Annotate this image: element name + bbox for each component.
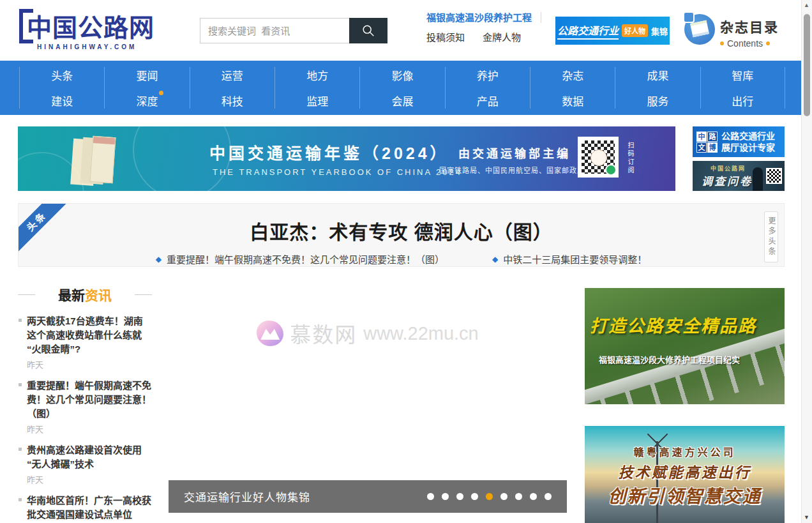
- nav-col-1: 头条 建设: [19, 67, 104, 109]
- nav-item-shendu[interactable]: 深度: [136, 93, 158, 109]
- carousel-dot-8[interactable]: [530, 493, 537, 500]
- promo-highway-safety[interactable]: 打造公路安全精品路 福银高速温沙段大修养护工程项目纪实: [585, 288, 785, 404]
- carousel-dot-6[interactable]: [500, 493, 508, 500]
- featured-project-link[interactable]: 福银高速温沙段养护工程: [426, 12, 541, 23]
- nav-item-yaowen[interactable]: 要闻: [136, 67, 158, 83]
- news-item-time: 昨天: [27, 423, 152, 435]
- headline-sublinks: 重要提醒！端午假期高速不免费！这几个常见问题要注意！（图） 中铁二十三局集团主要…: [19, 252, 784, 266]
- scrollbar-thumb[interactable]: [804, 14, 810, 116]
- promo2-line1: 赣粤高速方兴公司: [585, 444, 785, 459]
- headline-title[interactable]: 白亚杰：术有专攻 德润人心（图）: [19, 216, 784, 245]
- nav-item-yingxiang[interactable]: 影像: [391, 67, 413, 83]
- promo-smart-transport[interactable]: 赣粤高速方兴公司 技术赋能高速出行 创新引领智慧交通: [585, 426, 785, 523]
- magazine-link[interactable]: 杂志目录 Contents: [720, 17, 779, 49]
- gold-figures-link[interactable]: 金牌人物: [483, 30, 521, 43]
- banner-text-1: 公路交通行业: [557, 22, 619, 40]
- carousel-dot-9[interactable]: [545, 493, 552, 500]
- more-headlines-button[interactable]: 更多头条: [764, 211, 778, 262]
- yearbook-qr-code: [578, 137, 619, 178]
- title-black: 最新: [58, 288, 85, 303]
- latest-news-list: 两天截获17台逃费车！湖南这个高速收费站靠什么练就“火眼金睛”? 昨天 重要提醒…: [18, 314, 152, 523]
- latest-news-panel: 最新资讯 两天截获17台逃费车！湖南这个高速收费站靠什么练就“火眼金睛”? 昨天…: [18, 285, 152, 523]
- news-item-time: 昨天: [27, 358, 152, 370]
- industry-figures-banner[interactable]: 公路交通行业 好人物 集锦: [555, 17, 670, 45]
- carousel-dot-5-active[interactable]: [486, 493, 493, 500]
- news-list-item[interactable]: 两天截获17台逃费车！湖南这个高速收费站靠什么练就“火眼金睛”? 昨天: [18, 314, 152, 370]
- scroll-down-arrow-icon[interactable]: [802, 512, 812, 523]
- news-list-item[interactable]: 华南地区首所！广东一高校获批交通强国建设试点单位（图） 昨天: [18, 494, 152, 523]
- news-item-time: 昨天: [27, 473, 152, 485]
- qr-pattern: [582, 140, 615, 174]
- nav-grid: 头条 建设 要闻 深度 运营 科技 地方 监理 影像 会展 养护 产品 杂志 数…: [19, 61, 785, 115]
- promo2-line2: 技术赋能高速出行: [585, 460, 785, 482]
- yearbook-editor: 由交通运输部主编: [458, 144, 571, 161]
- site-logo[interactable]: 中国公路网 HINAHIGHWAY.COM: [19, 8, 172, 54]
- banner-text-2: 集锦: [651, 25, 668, 37]
- news-item-text: 贵州高速公路建设首次使用“无人摊碾”技术: [27, 443, 152, 471]
- nav-col-2: 要闻 深度: [104, 67, 189, 109]
- headline-section: 头条 白亚杰：术有专攻 德润人心（图） 重要提醒！端午假期高速不免费！这几个常见…: [18, 203, 785, 267]
- watermark-url: www.22mu.cn: [363, 323, 479, 344]
- nav-item-chanpin[interactable]: 产品: [477, 93, 499, 109]
- new-indicator-dot: [159, 91, 163, 95]
- main-nav: 头条 建设 要闻 深度 运营 科技 地方 监理 影像 会展 养护 产品 杂志 数…: [0, 61, 801, 115]
- promo1-title: 打造公路安全精品路: [590, 312, 785, 337]
- main-carousel[interactable]: 慕数网 www.22mu.cn 交通运输行业好人物集锦: [169, 281, 567, 513]
- scrollbar: [801, 0, 812, 523]
- header-dash-right: [135, 294, 152, 295]
- nav-item-zhiku[interactable]: 智库: [732, 67, 753, 83]
- carousel-dot-1[interactable]: [427, 493, 434, 500]
- wenbo-logo-char-1: 中: [696, 132, 707, 142]
- magazine-icon[interactable]: [684, 14, 715, 45]
- nav-item-jianshe[interactable]: 建设: [51, 93, 73, 109]
- magazine-title: 杂志目录: [720, 17, 779, 36]
- header-dash-left: [18, 294, 35, 295]
- news-item-text: 华南地区首所！广东一高校获批交通强国建设试点单位（图）: [27, 494, 152, 523]
- nav-item-yunying[interactable]: 运营: [222, 67, 243, 83]
- nav-item-huizhan[interactable]: 会展: [391, 93, 413, 109]
- nav-item-shuju[interactable]: 数据: [562, 93, 583, 109]
- logo-title: 中国公路网: [27, 8, 154, 43]
- submission-guide-link[interactable]: 投稿须知: [426, 30, 465, 43]
- nav-item-chengguo[interactable]: 成果: [647, 67, 668, 83]
- news-list-item[interactable]: 贵州高速公路建设首次使用“无人摊碾”技术 昨天: [18, 443, 152, 485]
- news-item-text: 重要提醒！端午假期高速不免费！这几个常见问题要注意！（图）: [27, 379, 152, 421]
- search-button[interactable]: [349, 18, 387, 43]
- search-bar: [200, 18, 387, 43]
- nav-item-jianli[interactable]: 监理: [306, 93, 328, 109]
- wenbo-logo: 中 路 文 博: [696, 132, 718, 153]
- search-input[interactable]: [200, 19, 349, 43]
- yearbook-banner[interactable]: 中国交通运输年鉴（2024） THE TRANSPORT YEARBOOK OF…: [18, 126, 675, 191]
- scroll-up-arrow-icon[interactable]: [802, 0, 812, 11]
- news-list-item[interactable]: 重要提醒！端午假期高速不免费！这几个常见问题要注意！（图） 昨天: [18, 379, 152, 435]
- carousel-dot-4[interactable]: [471, 493, 478, 500]
- header-links: 福银高速温沙段养护工程: [426, 10, 541, 24]
- nav-item-fuwu[interactable]: 服务: [647, 93, 668, 109]
- wenbo-line1: 公路交通行业: [721, 130, 775, 142]
- watermark-logo-icon: [257, 321, 283, 346]
- carousel-caption-bar: 交通运输行业好人物集锦: [169, 480, 567, 513]
- nav-item-chuxing[interactable]: 出行: [732, 93, 753, 109]
- carousel-dot-3[interactable]: [456, 493, 463, 500]
- yearbook-books-image: [90, 136, 116, 183]
- headline-sublink-1[interactable]: 重要提醒！端午假期高速不免费！这几个常见问题要注意！（图）: [156, 252, 444, 266]
- nav-item-yanghu[interactable]: 养护: [477, 67, 499, 83]
- nav-item-zazhi[interactable]: 杂志: [562, 67, 583, 83]
- promo2-line3: 创新引领智慧交通: [585, 482, 785, 508]
- survey-banner[interactable]: 中国公路网 调查问卷: [693, 161, 785, 191]
- carousel-dot-2[interactable]: [442, 493, 449, 500]
- search-icon: [361, 24, 375, 38]
- survey-site-name: 中国公路网: [710, 164, 746, 172]
- headline-sublink-2[interactable]: 中铁二十三局集团主要领导调整！: [492, 252, 647, 266]
- wenbo-text: 公路交通行业 展厅设计专家: [721, 130, 775, 153]
- nav-item-difang[interactable]: 地方: [306, 67, 328, 83]
- nav-col-5: 影像 会展: [359, 67, 444, 109]
- carousel-dot-7[interactable]: [515, 493, 522, 500]
- wenbo-ad-banner[interactable]: 中 路 文 博 公路交通行业 展厅设计专家: [693, 126, 785, 157]
- magazine-subtitle: Contents: [720, 38, 779, 49]
- watermark: 慕数网 www.22mu.cn: [169, 318, 567, 349]
- nav-col-4: 地方 监理: [274, 67, 359, 109]
- nav-item-toutiao[interactable]: 头条: [51, 67, 73, 83]
- nav-col-7: 杂志 数据: [530, 67, 615, 109]
- nav-item-keji[interactable]: 科技: [222, 93, 243, 109]
